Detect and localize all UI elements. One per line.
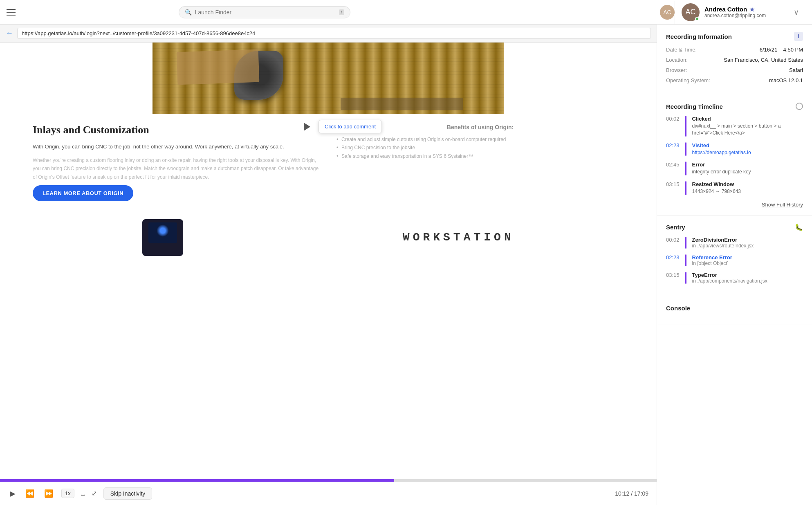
tl-time: 03:15 <box>666 181 680 195</box>
user-name: Andrea Cotton ★ <box>704 6 789 13</box>
sentry-item: 00:02 ZeroDivisionError in ./app/views/r… <box>666 237 803 249</box>
user-avatar-sm[interactable]: AC <box>660 5 675 20</box>
sentry-path: in ./app/components/navigation.jsx <box>692 278 767 284</box>
sentry-section: Sentry 🐛 00:02 ZeroDivisionError in ./ap… <box>657 216 812 297</box>
show-full-history-link[interactable]: Show Full History <box>762 202 803 208</box>
sentry-content: Reference Error in [object Object] <box>692 254 732 266</box>
tl-time-link[interactable]: 02:23 <box>666 142 680 156</box>
time-display: 10:12 / 17:09 <box>615 490 648 497</box>
search-input[interactable] <box>195 9 339 16</box>
tl-title: Error <box>692 162 803 168</box>
play-tooltip-area: Click to add comment <box>304 120 382 133</box>
tl-title: Clicked <box>692 116 803 122</box>
recording-info-section: Recording Information i Date & Time: 6/1… <box>657 25 812 95</box>
workstation-device <box>142 219 183 256</box>
content-right: Benefits of using Origin: Create and adj… <box>336 124 624 201</box>
info-row-location: Location: San Francisco, CA, United Stat… <box>666 57 803 63</box>
sentry-time-link[interactable]: 02:23 <box>666 254 680 266</box>
slash-badge: / <box>339 9 344 15</box>
chevron-down-icon[interactable]: ∨ <box>794 8 799 17</box>
menu-button[interactable] <box>7 9 16 16</box>
os-label: Operating System: <box>666 77 710 83</box>
tl-content: Error integrity error duplicate key <box>692 162 803 175</box>
info-row-browser: Browser: Safari <box>666 67 803 73</box>
play-triangle-icon <box>304 123 310 131</box>
player-controls: ▶ ⏪ ⏩ 1x ⎵ ⤢ Skip Inactivity 10:12 / 17:… <box>0 482 657 505</box>
speed-badge[interactable]: 1x <box>61 489 74 498</box>
benefit-item: Bring CNC precision to the jobsite <box>336 144 624 152</box>
sentry-icon: 🐛 <box>795 223 803 231</box>
user-panel: AC Andrea Cotton ★ andrea.cotton@ripplin… <box>675 1 805 24</box>
tl-bar <box>685 237 686 249</box>
play-button[interactable]: ▶ <box>8 487 17 500</box>
user-email: andrea.cotton@rippling.com <box>704 13 789 18</box>
sentry-content: TypeError in ./app/components/navigation… <box>692 272 767 284</box>
avatar: AC <box>682 3 700 21</box>
topbar: 🔍 / AC AC Andrea Cotton ★ andrea.cotton@… <box>0 0 812 25</box>
browser-label: Browser: <box>666 67 687 73</box>
timeline-item: 00:02 Clicked div#nuxt__ > main > sectio… <box>666 116 803 137</box>
tl-time: 02:45 <box>666 162 680 175</box>
sentry-ref-error: Reference Error <box>692 254 732 260</box>
tl-detail: 1443×924 → 798×643 <box>692 188 803 195</box>
benefits-list: Create and adjust simple cutouts using O… <box>336 135 624 160</box>
timeline-title: Recording Timeline <box>666 103 803 110</box>
show-history: Show Full History <box>666 201 803 208</box>
tl-detail: div#nuxt__ > main > section > button > a… <box>692 123 803 137</box>
tl-bar <box>685 181 686 195</box>
tl-bar <box>685 116 686 137</box>
recording-info-title: Recording Information i <box>666 32 803 41</box>
datetime-value: 6/16/21 – 4:50 PM <box>760 47 803 53</box>
current-time: 10:12 <box>615 490 629 497</box>
expand-button[interactable]: ⤢ <box>92 489 97 497</box>
sentry-path: in [object Object] <box>692 260 732 266</box>
datetime-label: Date & Time: <box>666 47 697 53</box>
tl-visited-url[interactable]: https://demoapp.getatlas.io <box>692 149 803 156</box>
total-time: 17:09 <box>634 490 648 497</box>
hero-image <box>153 43 504 114</box>
console-title: Console <box>666 305 803 312</box>
info-row-os: Operating System: macOS 12.0.1 <box>666 77 803 83</box>
fast-forward-button[interactable]: ⏩ <box>43 487 55 500</box>
intro-para: With Origin, you can bring CNC to the jo… <box>33 143 320 151</box>
recording-timeline-section: Recording Timeline 00:02 Clicked div#nux… <box>657 95 812 216</box>
page-content: Inlays and Customization With Origin, yo… <box>0 43 657 479</box>
tl-bar <box>685 162 686 175</box>
info-row-datetime: Date & Time: 6/16/21 – 4:50 PM <box>666 47 803 53</box>
back-button[interactable]: ← <box>6 29 13 38</box>
workstation-title: WORKSTATION <box>403 231 514 244</box>
user-info: Andrea Cotton ★ andrea.cotton@rippling.c… <box>704 6 789 18</box>
play-marker-button[interactable] <box>304 122 314 132</box>
os-value: macOS 12.0.1 <box>769 77 803 83</box>
search-bar[interactable]: 🔍 / <box>179 6 350 18</box>
location-label: Location: <box>666 57 688 63</box>
add-comment-tooltip[interactable]: Click to add comment <box>319 120 382 133</box>
skip-inactivity-button[interactable]: Skip Inactivity <box>103 487 153 500</box>
online-indicator <box>695 17 699 21</box>
tl-content: Resized Window 1443×924 → 798×643 <box>692 181 803 195</box>
device-screen <box>148 222 177 243</box>
tl-content: Clicked div#nuxt__ > main > section > bu… <box>692 116 803 137</box>
woodwork-background <box>153 43 504 114</box>
sentry-title: Sentry 🐛 <box>666 223 803 231</box>
clock-icon <box>796 103 803 110</box>
share-button[interactable]: ⎵ <box>81 490 85 497</box>
sentry-error-name: TypeError <box>692 272 767 278</box>
cta-button[interactable]: LEARN MORE ABOUT ORIGIN <box>33 185 133 201</box>
benefit-item: Create and adjust simple cutouts using O… <box>336 135 624 144</box>
browser-nav: ← https://app.getatlas.io/auth/login?nex… <box>0 25 657 43</box>
content-left: Inlays and Customization With Origin, yo… <box>33 124 320 201</box>
tl-detail: integrity error duplicate key <box>692 168 803 175</box>
sentry-time: 00:02 <box>666 237 680 249</box>
console-section: Console <box>657 297 812 325</box>
sentry-error-name: ZeroDivisionError <box>692 237 754 243</box>
rewind-button[interactable]: ⏪ <box>24 487 36 500</box>
location-value: San Francisco, CA, United States <box>724 57 803 63</box>
browser-value: Safari <box>789 67 803 73</box>
benefit-item: Safe storage and easy transportation in … <box>336 152 624 160</box>
url-bar[interactable]: https://app.getatlas.io/auth/login?next=… <box>17 28 651 39</box>
tl-bar <box>685 142 686 156</box>
sentry-path: in ./app/views/routeIndex.jsx <box>692 243 754 249</box>
workstation-section: WORKSTATION <box>0 211 657 264</box>
info-icon: i <box>794 32 803 41</box>
